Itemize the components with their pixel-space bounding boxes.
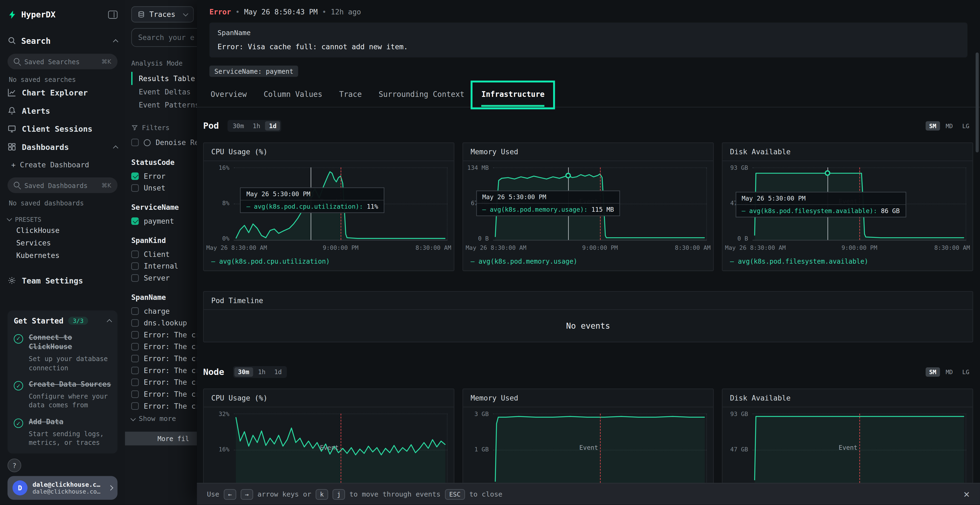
size-md-button[interactable]: MD <box>942 367 956 376</box>
range-1d-button[interactable]: 1d <box>265 121 280 130</box>
service-name-tag[interactable]: ServiceName: payment <box>209 65 298 77</box>
close-icon[interactable]: ✕ <box>963 489 970 499</box>
get-started-header[interactable]: Get Started 3/3 <box>14 317 111 326</box>
tab-column-values[interactable]: Column Values <box>264 86 322 107</box>
preset-services[interactable]: Services <box>16 237 118 249</box>
saved-dashboards-input[interactable]: ⌘K <box>8 178 118 193</box>
plot-area[interactable]: Event May 26 5:30:00 PM — avg(k8s.pod.cp… <box>234 167 447 241</box>
filter-option-label: Error <box>144 172 165 180</box>
chevron-up-icon[interactable] <box>113 39 118 44</box>
plot-area[interactable]: Event 3 GB 1 GB <box>493 414 707 487</box>
checkbox[interactable] <box>131 250 139 258</box>
chart-tooltip: May 26 5:30:00 PM — avg(k8s.pod.cpu.util… <box>240 188 384 213</box>
collapse-sidebar-icon[interactable] <box>108 10 117 19</box>
sidebar-section-search[interactable]: Search <box>8 34 118 48</box>
search-icon <box>14 58 21 65</box>
size-md-button[interactable]: MD <box>942 121 956 130</box>
no-saved-searches-text: No saved searches <box>9 76 116 83</box>
hover-point-marker <box>824 170 830 176</box>
nav-label: Alerts <box>22 106 50 115</box>
presets-toggle[interactable]: PRESETS <box>8 214 118 224</box>
tab-label: Infrastructure <box>481 90 544 99</box>
checkbox[interactable] <box>131 343 139 350</box>
tab-overview[interactable]: Overview <box>211 86 247 107</box>
saved-searches-field[interactable] <box>24 58 98 65</box>
scrollbar-thumb[interactable] <box>976 52 978 152</box>
checkbox[interactable] <box>131 367 139 374</box>
x-axis-tick: 9:00:00 PM <box>582 245 618 251</box>
sidebar-item-team-settings[interactable]: Team Settings <box>8 272 118 289</box>
infrastructure-content: Pod 30m 1h 1d SM MD LG CPU Usage (%) <box>197 108 980 505</box>
get-started-item[interactable]: ✓ Connect to ClickHouse Set up your data… <box>14 333 111 373</box>
checkbox[interactable] <box>131 217 139 225</box>
get-started-title: Get Started <box>14 317 64 326</box>
nav-label: Team Settings <box>22 276 83 285</box>
y-axis-tick: 134 MB <box>465 165 488 172</box>
chart-tooltip: May 26 5:30:00 PM — avg(k8s.pod.filesyst… <box>735 192 906 218</box>
pod-timeline-card: Pod Timeline No events <box>203 291 973 342</box>
trace-detail-panel: Error • May 26 8:50:43 PM • 12h ago Span… <box>197 0 980 505</box>
tab-infrastructure[interactable]: Infrastructure <box>481 86 544 107</box>
size-lg-button[interactable]: LG <box>958 367 973 376</box>
tooltip-value: 115 MB <box>591 206 614 213</box>
checkbox[interactable] <box>131 274 139 282</box>
tab-trace[interactable]: Trace <box>339 86 362 107</box>
checkbox[interactable] <box>131 319 139 327</box>
chevron-up-icon[interactable] <box>113 145 118 150</box>
get-started-item-title: Create Data Sources <box>29 380 111 390</box>
database-icon <box>137 11 145 18</box>
source-label: Traces <box>150 10 175 19</box>
range-30m-button[interactable]: 30m <box>229 121 248 130</box>
plot-area[interactable]: Event 32% 16% <box>234 414 447 487</box>
preset-kubernetes[interactable]: Kubernetes <box>16 249 118 262</box>
tooltip-value: 86 GB <box>881 208 900 214</box>
y-axis-tick: 0% <box>205 236 229 243</box>
plot-area[interactable]: Event May 26 5:30:00 PM — avg(k8s.pod.me… <box>493 167 707 241</box>
y-axis-tick: 8% <box>205 200 229 207</box>
checkbox[interactable] <box>131 354 139 362</box>
sidebar-item-chart-explorer[interactable]: Chart Explorer <box>8 84 118 101</box>
chevron-up-icon[interactable] <box>107 319 112 324</box>
chevron-down-icon <box>130 416 135 421</box>
range-30m-button[interactable]: 30m <box>234 367 253 376</box>
size-sm-button[interactable]: SM <box>925 367 940 376</box>
saved-searches-input[interactable]: ⌘K <box>8 54 118 69</box>
source-selector-button[interactable]: Traces <box>131 6 194 22</box>
chart-card-pod-cpu: CPU Usage (%) Event <box>203 142 454 271</box>
pod-range-toggle: 30m 1h 1d <box>228 120 282 132</box>
checkbox[interactable] <box>131 402 139 410</box>
range-1h-button[interactable]: 1h <box>249 121 264 130</box>
create-dashboard-button[interactable]: + Create Dashboard <box>11 159 117 171</box>
tab-surrounding-context[interactable]: Surrounding Context <box>379 86 465 107</box>
help-button[interactable]: ? <box>8 459 22 472</box>
chart-region: Event May 26 5:30:00 PM — avg(k8s.pod.me… <box>493 167 707 241</box>
checkbox[interactable] <box>131 262 139 270</box>
event-marker-line <box>600 414 601 486</box>
sidebar-item-alerts[interactable]: Alerts <box>8 102 118 119</box>
user-menu[interactable]: D dale@clickhouse.com dale@clickhouse.co… <box>8 476 118 500</box>
get-started-item-desc: Start sending logs, metrics, or traces <box>29 429 111 447</box>
checkbox[interactable] <box>131 307 139 314</box>
checkbox[interactable] <box>131 331 139 338</box>
saved-dashboards-field[interactable] <box>24 181 98 189</box>
sidebar-item-client-sessions[interactable]: Client Sessions <box>8 120 118 137</box>
checkbox[interactable] <box>131 172 139 180</box>
checkbox[interactable] <box>131 378 139 386</box>
checkbox[interactable] <box>131 184 139 192</box>
get-started-item[interactable]: ✓ Create Data Sources Configure where yo… <box>14 380 111 410</box>
plot-area[interactable]: Event May 26 5:30:00 PM — avg(k8s.pod.fi… <box>752 167 966 241</box>
size-lg-button[interactable]: LG <box>958 121 973 130</box>
chart-title: Disk Available <box>722 389 972 407</box>
get-started-item[interactable]: ✓ Add Data Start sending logs, metrics, … <box>14 418 111 447</box>
plot-area[interactable]: Event 93 GB 47 GB <box>752 414 966 487</box>
preset-clickhouse[interactable]: ClickHouse <box>16 224 118 237</box>
range-1h-button[interactable]: 1h <box>254 367 269 376</box>
size-sm-button[interactable]: SM <box>925 121 940 130</box>
checkbox[interactable] <box>131 139 139 146</box>
sidebar-item-dashboards[interactable]: Dashboards <box>8 138 118 156</box>
checkbox[interactable] <box>131 390 139 398</box>
span-name-label: SpanName <box>218 29 959 37</box>
no-saved-dashboards-text: No saved dashboards <box>9 199 116 207</box>
get-started-item-desc: Set up your database connection <box>29 354 111 372</box>
range-1d-button[interactable]: 1d <box>270 367 286 376</box>
